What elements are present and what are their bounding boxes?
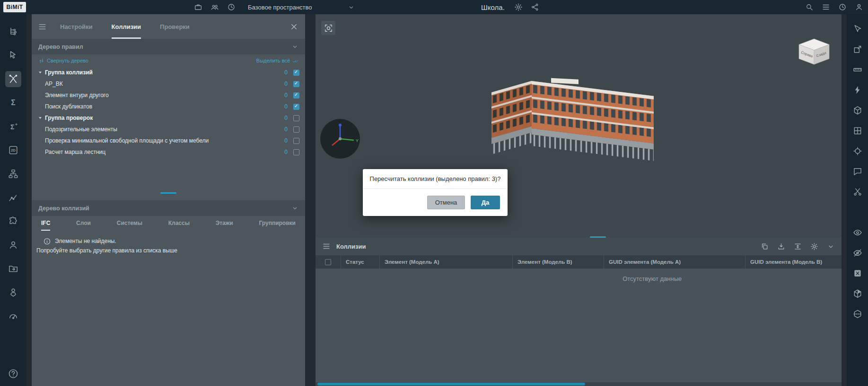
collision-tree-header[interactable]: Дерево коллизий [32, 200, 305, 216]
view-tool-button[interactable] [850, 164, 865, 179]
app-logo[interactable]: BiMiT [3, 2, 26, 12]
no-icon[interactable] [36, 150, 44, 154]
rule-row[interactable]: Группа коллизий 0 [32, 67, 305, 78]
table-menu-icon[interactable] [322, 242, 331, 251]
gear-icon[interactable] [810, 242, 818, 251]
share-icon[interactable] [531, 3, 539, 11]
rule-row[interactable]: Расчет марша лестниц 0 [32, 146, 305, 158]
tool-button[interactable] [5, 71, 21, 87]
help-icon[interactable] [8, 368, 19, 379]
column-header[interactable]: Статус [341, 255, 379, 269]
chevron-down-icon[interactable] [827, 242, 835, 251]
view-tool-button[interactable] [850, 22, 865, 36]
collapse-tree-link[interactable]: Свернуть дерево [38, 58, 88, 64]
rule-checkbox[interactable] [293, 81, 299, 87]
briefcase-icon[interactable] [194, 3, 202, 11]
rule-row[interactable]: Подозрительные элементы 0 [32, 124, 305, 135]
close-icon[interactable] [289, 22, 298, 31]
user-icon[interactable] [855, 3, 863, 11]
no-icon[interactable] [36, 81, 44, 86]
select-all-checkbox[interactable] [325, 259, 331, 265]
cancel-button[interactable]: Отмена [427, 196, 465, 209]
no-icon[interactable] [36, 127, 44, 132]
building-model[interactable] [481, 69, 666, 178]
no-icon[interactable] [36, 104, 44, 109]
tool-button[interactable] [5, 47, 21, 63]
panel-tab[interactable]: Коллизии [112, 14, 141, 39]
tool-button[interactable]: Σ+ [5, 118, 21, 135]
history-icon[interactable] [227, 3, 236, 11]
rule-checkbox[interactable] [293, 115, 299, 121]
collision-tree-tab[interactable]: Классы [168, 216, 190, 231]
visibility-tool-button[interactable] [850, 307, 865, 321]
visibility-tool-button[interactable] [850, 225, 865, 240]
team-icon[interactable] [210, 3, 219, 11]
tool-button[interactable] [5, 260, 21, 277]
chevron-down-icon[interactable] [291, 43, 298, 50]
rule-row[interactable]: Поиск дубликатов 0 [32, 101, 305, 112]
tool-button[interactable] [5, 24, 21, 40]
rule-row[interactable]: Проверка минимальной свободной площади с… [32, 135, 305, 146]
workspace-selector[interactable]: Базовое пространство [248, 0, 355, 14]
view-tool-button[interactable] [850, 185, 865, 199]
export-icon[interactable] [777, 242, 785, 251]
collision-tree-tab[interactable]: Этажи [216, 216, 233, 231]
fit-view-button[interactable] [321, 21, 335, 35]
tool-button[interactable] [5, 237, 21, 253]
tool-button[interactable] [5, 308, 21, 324]
panel-menu-icon[interactable] [38, 22, 47, 31]
view-tool-button[interactable] [850, 63, 865, 77]
visibility-tool-button[interactable] [850, 246, 865, 260]
tool-button[interactable]: Σ [5, 95, 21, 111]
view-tool-button[interactable] [850, 144, 865, 158]
panel-resize-handle[interactable] [160, 192, 176, 194]
tool-button[interactable] [5, 166, 21, 182]
gear-icon[interactable] [514, 3, 523, 11]
history-icon[interactable] [838, 3, 847, 11]
view-tool-button[interactable] [850, 124, 865, 138]
view-tool-button[interactable] [850, 103, 865, 117]
panel-tab[interactable]: Проверки [160, 14, 190, 39]
table-resize-handle[interactable] [590, 236, 606, 238]
rule-checkbox[interactable] [293, 149, 299, 155]
column-header[interactable]: GUID элемента (Модель А) [604, 255, 745, 269]
collision-tree-tab[interactable]: Слои [76, 216, 91, 231]
copy-icon[interactable] [761, 242, 769, 251]
tool-button[interactable] [5, 213, 21, 229]
tool-button[interactable]: 2D [5, 142, 21, 158]
select-all-link[interactable]: Выделить всё [256, 58, 298, 64]
rule-checkbox[interactable] [293, 126, 299, 133]
column-header[interactable]: Элемент (Модель А) [379, 255, 512, 269]
rule-row[interactable]: Группа проверок 0 [32, 112, 305, 124]
no-icon[interactable] [36, 138, 44, 143]
visibility-tool-button[interactable] [850, 266, 865, 280]
navigation-cube[interactable]: Справа Сзади [795, 37, 833, 66]
rule-checkbox[interactable] [293, 104, 299, 110]
chevron-down-icon[interactable] [348, 4, 355, 11]
view-tool-button[interactable] [850, 83, 865, 97]
rule-row[interactable]: Элемент внтури другого 0 [32, 90, 305, 101]
visibility-tool-button[interactable] [850, 287, 865, 301]
collision-tree-tab[interactable]: Системы [117, 216, 142, 231]
menu-icon[interactable] [822, 3, 830, 11]
caret-down-icon[interactable] [36, 116, 44, 120]
no-icon[interactable] [36, 93, 44, 98]
rule-row[interactable]: АР_ВК 0 [32, 78, 305, 90]
confirm-button[interactable]: Да [471, 196, 500, 209]
collision-tree-tab[interactable]: Группировки [259, 216, 295, 231]
rule-checkbox[interactable] [293, 138, 299, 144]
fit-height-icon[interactable] [794, 242, 802, 251]
collision-tree-tab[interactable]: IFC [41, 216, 50, 231]
view-tool-button[interactable] [850, 42, 865, 56]
rule-checkbox[interactable] [293, 70, 299, 76]
scrollbar-thumb[interactable] [317, 383, 585, 386]
caret-down-icon[interactable] [36, 70, 44, 75]
rules-tree-header[interactable]: Дерево правил [32, 39, 305, 54]
axis-gizmo[interactable]: Y [319, 118, 361, 160]
column-header[interactable]: Элемент (Модель В) [512, 255, 604, 269]
search-icon[interactable] [805, 3, 814, 11]
column-header[interactable]: GUID элемента (Модель В) [745, 255, 842, 269]
chevron-down-icon[interactable] [291, 205, 298, 212]
tool-button[interactable] [5, 284, 21, 300]
tool-button[interactable] [5, 189, 21, 206]
